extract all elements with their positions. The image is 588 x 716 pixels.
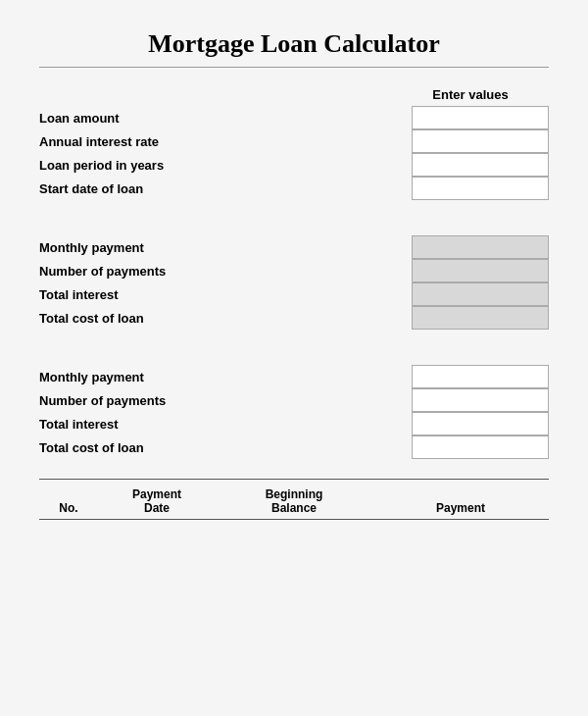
field-row-loan-period: Loan period in years: [39, 153, 549, 177]
page-title: Mortgage Loan Calculator: [39, 29, 549, 59]
enter-values-header-row: Enter values: [39, 87, 549, 102]
start-date-label: Start date of loan: [39, 179, 412, 199]
field-row-total-interest-1: Total interest: [39, 282, 549, 306]
gap-2: [39, 349, 549, 365]
col-beginning-balance-header: Beginning Balance: [216, 487, 372, 515]
field-row-monthly-payment-1: Monthly payment: [39, 235, 549, 259]
total-cost-2-output: [412, 435, 549, 459]
interest-rate-label: Annual interest rate: [39, 131, 412, 152]
total-interest-2-label: Total interest: [39, 414, 412, 435]
num-payments-1-label: Number of payments: [39, 261, 412, 281]
monthly-payment-2-label: Monthly payment: [39, 367, 412, 387]
num-payments-2-label: Number of payments: [39, 390, 412, 411]
interest-rate-input[interactable]: [412, 129, 549, 153]
loan-amount-input[interactable]: [412, 106, 549, 129]
field-row-total-cost-2: Total cost of loan: [39, 435, 549, 459]
loan-amount-label: Loan amount: [39, 108, 412, 128]
output-section-2: Monthly payment Number of payments Total…: [39, 365, 549, 459]
enter-values-label: Enter values: [402, 87, 539, 102]
total-interest-2-output: [412, 412, 549, 435]
page-container: Mortgage Loan Calculator Enter values Lo…: [0, 0, 588, 716]
gap-1: [39, 220, 549, 235]
field-row-total-cost-1: Total cost of loan: [39, 306, 549, 330]
num-payments-2-output: [412, 388, 549, 412]
loan-period-input[interactable]: [412, 153, 549, 177]
amortization-table: No. Payment Date Beginning Balance Payme…: [39, 479, 549, 520]
col-no-header: No.: [39, 501, 98, 515]
monthly-payment-2-output: [412, 365, 549, 388]
field-row-num-payments-2: Number of payments: [39, 388, 549, 412]
input-section: Loan amount Annual interest rate Loan pe…: [39, 106, 549, 200]
field-row-total-interest-2: Total interest: [39, 412, 549, 435]
table-header-row: No. Payment Date Beginning Balance Payme…: [39, 480, 549, 520]
loan-period-label: Loan period in years: [39, 155, 412, 176]
field-row-monthly-payment-2: Monthly payment: [39, 365, 549, 388]
col-payment-header: Payment: [372, 501, 549, 515]
total-cost-1-output: [412, 306, 549, 330]
total-interest-1-output: [412, 282, 549, 306]
total-cost-1-label: Total cost of loan: [39, 308, 412, 329]
output-section-1: Monthly payment Number of payments Total…: [39, 235, 549, 330]
field-row-num-payments-1: Number of payments: [39, 259, 549, 282]
total-interest-1-label: Total interest: [39, 284, 412, 305]
num-payments-1-output: [412, 259, 549, 282]
start-date-input[interactable]: [412, 177, 549, 200]
field-row-start-date: Start date of loan: [39, 177, 549, 200]
total-cost-2-label: Total cost of loan: [39, 437, 412, 458]
title-divider: [39, 67, 549, 68]
field-row-interest-rate: Annual interest rate: [39, 129, 549, 153]
field-row-loan-amount: Loan amount: [39, 106, 549, 129]
col-payment-date-header: Payment Date: [98, 487, 216, 515]
monthly-payment-1-output: [412, 235, 549, 259]
monthly-payment-1-label: Monthly payment: [39, 237, 412, 258]
